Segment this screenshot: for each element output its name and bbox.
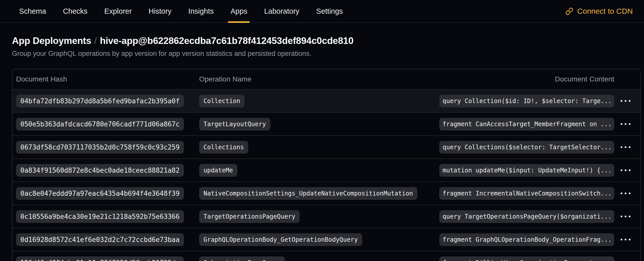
nav-tab-laboratory[interactable]: Laboratory bbox=[259, 0, 304, 22]
row-menu-button[interactable] bbox=[618, 96, 633, 105]
operation-name: NativeCompositionSettings_UpdateNativeCo… bbox=[199, 187, 417, 200]
row-menu-button[interactable] bbox=[618, 143, 633, 152]
row-menu-button[interactable] bbox=[618, 120, 633, 128]
connect-to-cdn-label: Connect to CDN bbox=[577, 7, 633, 15]
document-hash: 0a834f91560d872e8c4bec0ade18ceec88821a82 bbox=[16, 164, 184, 177]
table-row[interactable]: 04bfa72dfb83b297dd8a5b6fed9bafac2b395a0f… bbox=[12, 89, 640, 112]
document-content-preview: query Collections($selector: TargetSelec… bbox=[439, 141, 614, 154]
table-row[interactable]: 0ac8e047eddd97a97eac6435a4b694f4e3648f39… bbox=[12, 182, 640, 205]
nav-tab-history[interactable]: History bbox=[143, 0, 177, 22]
nav-tab-checks[interactable]: Checks bbox=[58, 0, 93, 22]
breadcrumb-app-deployments-link[interactable]: App Deployments bbox=[12, 36, 91, 46]
row-menu-button[interactable] bbox=[618, 166, 633, 175]
row-menu-button[interactable] bbox=[618, 235, 633, 244]
operation-name: TargetLayoutQuery bbox=[199, 118, 270, 130]
table-row[interactable]: 0d16928d8572c41ef6e032d2c7c72ccbd6e73baa… bbox=[12, 228, 640, 251]
operation-name: Collection bbox=[199, 95, 245, 107]
table-body: 04bfa72dfb83b297dd8a5b6fed9bafac2b395a0f… bbox=[12, 89, 640, 261]
document-content-preview: fragment GraphQLOperationBody_OperationF… bbox=[439, 233, 614, 246]
row-menu-button[interactable] bbox=[618, 258, 633, 261]
table-row[interactable]: 0673df58cd7037117035b2d0c758f59c0c93c259… bbox=[12, 135, 640, 158]
breadcrumb-separator: / bbox=[91, 36, 100, 46]
document-content-preview: query TargetOperationsPageQuery($organiz… bbox=[439, 210, 614, 223]
operation-name: GraphQLOperationBody_GetOperationBodyQue… bbox=[199, 233, 362, 246]
document-hash: 0ac8e047eddd97a97eac6435a4b694f4e3648f39 bbox=[16, 187, 184, 200]
operation-name: updateMe bbox=[199, 164, 237, 177]
nav-tabs: Schema Checks Explorer History Insights … bbox=[14, 0, 348, 22]
top-navigation: Schema Checks Explorer History Insights … bbox=[0, 0, 644, 23]
link-icon bbox=[565, 7, 573, 15]
nav-tab-schema[interactable]: Schema bbox=[14, 0, 51, 22]
document-content-preview: query Collection($id: ID!, $selector: Ta… bbox=[439, 95, 614, 107]
operation-name: Collections bbox=[199, 141, 248, 154]
connect-to-cdn-button[interactable]: Connect to CDN bbox=[565, 7, 633, 15]
page-subtitle: Group your GraphQL operations by app ver… bbox=[12, 50, 644, 58]
document-hash: 126d46a4284abe31c13c78f7959d56eeb21725dc bbox=[16, 256, 184, 261]
app-window: Schema Checks Explorer History Insights … bbox=[0, 0, 644, 261]
document-hash: 04bfa72dfb83b297dd8a5b6fed9bafac2b395a0f bbox=[16, 95, 184, 107]
document-content-preview: fragment IncrementalNativeCompositionSwi… bbox=[439, 187, 614, 200]
document-hash: 0673df58cd7037117035b2d0c758f59c0c93c259 bbox=[16, 141, 184, 154]
document-hash: 0d16928d8572c41ef6e032d2c7c72ccbd6e73baa bbox=[16, 233, 184, 246]
breadcrumb: App Deployments/hive-app@b622862ecdba7c6… bbox=[12, 36, 644, 46]
column-header-operation-name: Operation Name bbox=[199, 75, 439, 83]
column-header-document-content: Document Content bbox=[439, 75, 614, 83]
nav-tab-settings[interactable]: Settings bbox=[311, 0, 348, 22]
column-header-document-hash: Document Hash bbox=[16, 75, 199, 83]
operation-name: SubscriptionPageQuery bbox=[199, 256, 285, 261]
operation-name: TargetOperationsPageQuery bbox=[199, 210, 300, 223]
document-content-preview: fragment BillingView_OrganizationFragmen… bbox=[439, 256, 614, 261]
documents-table: Document Hash Operation Name Document Co… bbox=[12, 69, 641, 261]
breadcrumb-current-deployment: hive-app@b622862ecdba7c61b78f412453def89… bbox=[100, 36, 354, 46]
row-menu-button[interactable] bbox=[618, 189, 633, 198]
nav-tab-apps[interactable]: Apps bbox=[225, 0, 252, 22]
document-hash: 0c10556a9be4ca30e19e21c1218a592b75e63366 bbox=[16, 210, 184, 223]
table-row[interactable]: 0c10556a9be4ca30e19e21c1218a592b75e63366… bbox=[12, 205, 640, 228]
table-row[interactable]: 126d46a4284abe31c13c78f7959d56eeb21725dc… bbox=[12, 251, 640, 261]
document-hash: 050e5b363dafdcacd6780e706cadf771d06a867c bbox=[16, 118, 184, 130]
document-content-preview: fragment CanAccessTarget_MemberFragment … bbox=[439, 118, 614, 130]
main-content: App Deployments/hive-app@b622862ecdba7c6… bbox=[0, 36, 644, 261]
nav-tab-insights[interactable]: Insights bbox=[183, 0, 219, 22]
table-row[interactable]: 050e5b363dafdcacd6780e706cadf771d06a867c… bbox=[12, 112, 640, 135]
table-row[interactable]: 0a834f91560d872e8c4bec0ade18ceec88821a82… bbox=[12, 158, 640, 182]
row-menu-button[interactable] bbox=[618, 212, 633, 221]
document-content-preview: mutation updateMe($input: UpdateMeInput!… bbox=[439, 164, 614, 177]
table-header-row: Document Hash Operation Name Document Co… bbox=[12, 69, 640, 89]
nav-tab-explorer[interactable]: Explorer bbox=[99, 0, 137, 22]
